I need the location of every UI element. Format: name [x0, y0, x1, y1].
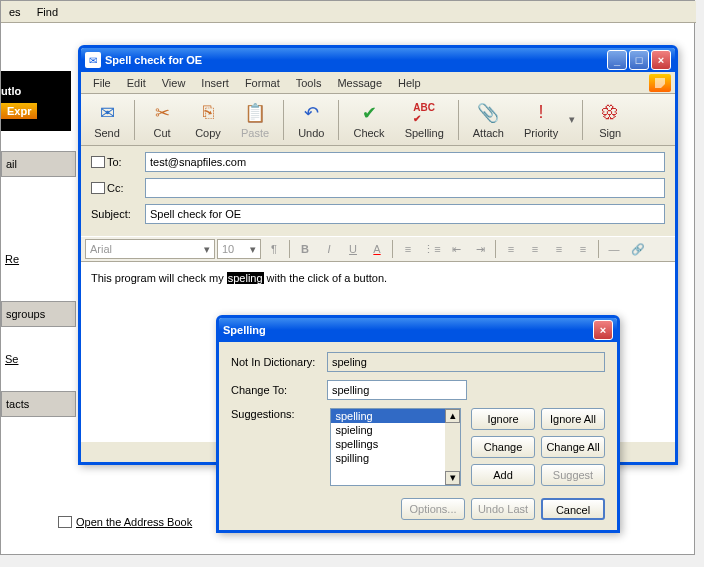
to-field[interactable] [145, 152, 665, 172]
scrollbar[interactable]: ▴ ▾ [445, 409, 460, 485]
numbered-list-button[interactable]: ≡ [397, 239, 419, 259]
menu-help[interactable]: Help [390, 74, 429, 92]
bg-side-newsgroups[interactable]: sgroups [1, 301, 76, 327]
bold-button[interactable]: B [294, 239, 316, 259]
check-icon: ✔ [357, 101, 381, 125]
menu-insert[interactable]: Insert [193, 74, 237, 92]
cut-button[interactable]: ✂ Cut [140, 97, 184, 143]
cancel-button[interactable]: Cancel [541, 498, 605, 520]
align-left-button[interactable]: ≡ [500, 239, 522, 259]
attach-button[interactable]: 📎 Attach [464, 97, 513, 143]
bg-menu-find[interactable]: Find [29, 3, 66, 21]
copy-icon: ⎘ [196, 101, 220, 125]
align-center-button[interactable]: ≡ [524, 239, 546, 259]
suggestion-item[interactable]: spilling [331, 451, 445, 465]
indent-button[interactable]: ⇥ [469, 239, 491, 259]
toolbar-separator [458, 100, 459, 140]
menu-tools[interactable]: Tools [288, 74, 330, 92]
insert-link-button[interactable]: 🔗 [627, 239, 649, 259]
menu-format[interactable]: Format [237, 74, 288, 92]
header-fields: To: Cc: Subject: [81, 146, 675, 236]
change-to-field[interactable] [327, 380, 467, 400]
suggestions-list[interactable]: spelling spieling spellings spilling ▴ ▾ [330, 408, 461, 486]
window-icon: ✉ [85, 52, 101, 68]
bg-menu-item[interactable]: es [1, 3, 29, 21]
send-button[interactable]: ✉ Send [85, 97, 129, 143]
bg-side-link[interactable]: Se [1, 347, 76, 371]
align-right-button[interactable]: ≡ [548, 239, 570, 259]
add-button[interactable]: Add [471, 464, 535, 486]
body-text: with the click of a button. [264, 272, 388, 284]
maximize-button[interactable]: □ [629, 50, 649, 70]
font-color-button[interactable]: A [366, 239, 388, 259]
check-button[interactable]: ✔ Check [344, 97, 393, 143]
cc-label[interactable]: Cc: [91, 182, 145, 194]
ignore-all-button[interactable]: Ignore All [541, 408, 605, 430]
attach-icon: 📎 [476, 101, 500, 125]
open-address-book-link[interactable]: Open the Address Book [58, 516, 192, 528]
subject-field[interactable] [145, 204, 665, 224]
change-button[interactable]: Change [471, 436, 535, 458]
throbber-icon [649, 74, 671, 92]
bg-sidebar: ail Re sgroups Se tacts [1, 151, 76, 417]
options-button[interactable]: Options... [401, 498, 465, 520]
menu-file[interactable]: File [85, 74, 119, 92]
toolbar-separator [338, 100, 339, 140]
to-label[interactable]: To: [91, 156, 145, 168]
bg-side-link[interactable]: Re [1, 247, 76, 271]
bg-menubar: es Find [1, 1, 696, 23]
bullet-list-button[interactable]: ⋮≡ [421, 239, 443, 259]
sign-icon: 🏵 [598, 101, 622, 125]
suggestion-item[interactable]: spieling [331, 423, 445, 437]
undo-button[interactable]: ↶ Undo [289, 97, 333, 143]
menu-message[interactable]: Message [329, 74, 390, 92]
spelling-button[interactable]: ABC✔ Spelling [396, 97, 453, 143]
menu-edit[interactable]: Edit [119, 74, 154, 92]
paste-icon: 📋 [243, 101, 267, 125]
underline-button[interactable]: U [342, 239, 364, 259]
priority-button[interactable]: ! Priority [515, 97, 567, 143]
cc-field[interactable] [145, 178, 665, 198]
outdent-button[interactable]: ⇤ [445, 239, 467, 259]
suggestion-item[interactable]: spelling [331, 409, 445, 423]
send-icon: ✉ [95, 101, 119, 125]
spelling-icon: ABC✔ [412, 101, 436, 125]
font-name-select[interactable]: Arial▾ [85, 239, 215, 259]
priority-dropdown[interactable]: ▾ [569, 97, 577, 143]
subject-label: Subject: [91, 208, 145, 220]
scroll-up-icon[interactable]: ▴ [445, 409, 460, 423]
menu-view[interactable]: View [154, 74, 194, 92]
cut-icon: ✂ [150, 101, 174, 125]
spelling-dialog: Spelling × Not In Dictionary: Change To:… [216, 315, 620, 533]
undo-last-button: Undo Last [471, 498, 535, 520]
bg-side-contacts[interactable]: tacts [1, 391, 76, 417]
suggestions-label: Suggestions: [231, 408, 320, 420]
format-toolbar: Arial▾ 10▾ ¶ B I U A ≡ ⋮≡ ⇤ ⇥ ≡ ≡ ≡ ≡ — … [81, 236, 675, 262]
font-size-select[interactable]: 10▾ [217, 239, 261, 259]
window-title: Spell check for OE [105, 54, 605, 66]
copy-button[interactable]: ⎘ Copy [186, 97, 230, 143]
toolbar-separator [283, 100, 284, 140]
hr-button[interactable]: — [603, 239, 625, 259]
menubar: File Edit View Insert Format Tools Messa… [81, 72, 675, 94]
outlook-express-logo: utlo Expr [1, 71, 71, 131]
para-style-button[interactable]: ¶ [263, 239, 285, 259]
minimize-button[interactable]: _ [607, 50, 627, 70]
scroll-down-icon[interactable]: ▾ [445, 471, 460, 485]
titlebar: ✉ Spell check for OE _ □ × [81, 48, 675, 72]
suggestion-item[interactable]: spellings [331, 437, 445, 451]
highlighted-word: speling [227, 272, 264, 284]
paste-button[interactable]: 📋 Paste [232, 97, 278, 143]
sign-button[interactable]: 🏵 Sign [588, 97, 632, 143]
toolbar-separator [134, 100, 135, 140]
not-in-dictionary-label: Not In Dictionary: [231, 356, 327, 368]
address-book-icon [58, 516, 72, 528]
bg-side-mail[interactable]: ail [1, 151, 76, 177]
italic-button[interactable]: I [318, 239, 340, 259]
spelling-close-button[interactable]: × [593, 320, 613, 340]
close-button[interactable]: × [651, 50, 671, 70]
address-book-icon [91, 156, 105, 168]
ignore-button[interactable]: Ignore [471, 408, 535, 430]
change-all-button[interactable]: Change All [541, 436, 605, 458]
align-justify-button[interactable]: ≡ [572, 239, 594, 259]
